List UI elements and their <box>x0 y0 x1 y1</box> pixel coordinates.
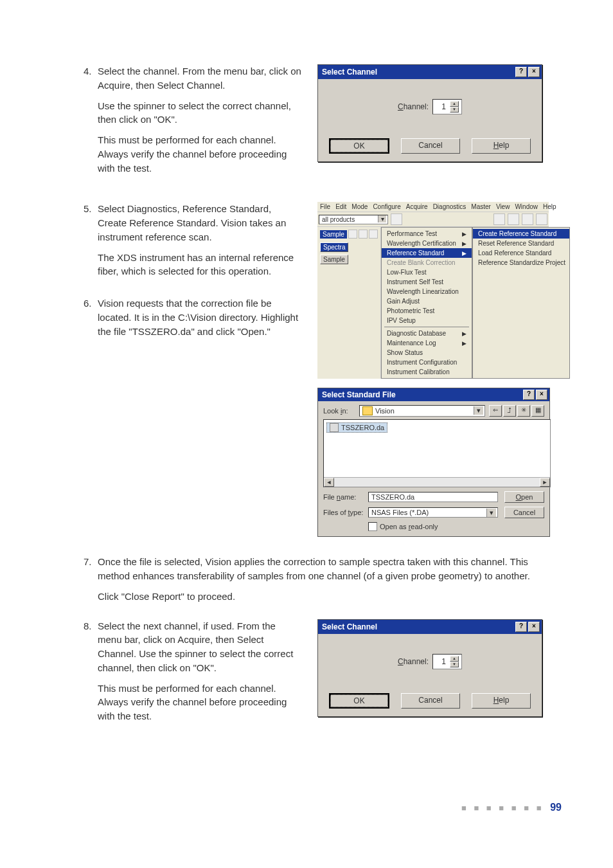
up-folder-icon[interactable]: ⮥ <box>503 405 516 417</box>
submenu-item[interactable]: Reset Reference Standard <box>473 239 569 248</box>
menu-help[interactable]: Help <box>543 203 556 210</box>
step-5-p1: Select Diagnostics, Reference Standard, … <box>98 202 302 244</box>
step-4-p3: This must be performed for each channel.… <box>98 133 302 175</box>
close-icon[interactable]: × <box>528 67 540 77</box>
look-in-combo[interactable]: Vision <box>359 405 485 417</box>
spinner-up-icon[interactable]: ▲ <box>450 101 459 107</box>
new-folder-icon[interactable]: ✳ <box>517 405 530 417</box>
menu-item[interactable]: Instrument Configuration <box>382 357 472 367</box>
close-icon[interactable]: × <box>536 390 547 400</box>
cancel-button[interactable]: Cancel <box>401 138 460 154</box>
back-icon[interactable]: ⇐ <box>489 405 502 417</box>
read-only-checkbox[interactable] <box>368 522 377 531</box>
scroll-left-icon[interactable]: ◄ <box>324 478 334 487</box>
sample-button[interactable]: Sample <box>320 255 348 264</box>
diagnostics-menu: Performance Test▶Wavelength Certificatio… <box>381 227 472 379</box>
step-8-p1: Select the next channel, if used. From t… <box>98 619 302 675</box>
menu-view[interactable]: View <box>496 203 510 210</box>
menu-configure[interactable]: Configure <box>373 203 400 210</box>
menu-bar: File Edit Mode Configure Acquire Diagnos… <box>317 202 549 212</box>
help-button[interactable]: Help <box>472 138 531 154</box>
step-7-p1: Once the file is selected, Vision applie… <box>98 555 562 583</box>
menu-item[interactable]: Performance Test▶ <box>382 229 472 239</box>
help-icon[interactable]: ? <box>515 622 527 632</box>
dialog-title: Select Channel <box>322 622 377 631</box>
cancel-button[interactable]: Cancel <box>401 693 460 709</box>
menu-edit[interactable]: Edit <box>335 203 346 210</box>
toolbar-icon[interactable] <box>522 213 533 225</box>
views-icon[interactable]: ▦ <box>531 405 544 417</box>
step-6-number: 6. <box>84 296 98 338</box>
select-standard-file-dialog: Select Standard File ? × Look in: Vision <box>317 388 550 537</box>
spectra-button[interactable]: Spectra <box>320 242 348 252</box>
close-icon[interactable]: × <box>528 622 540 632</box>
folder-icon <box>362 406 373 415</box>
menu-item[interactable]: Reference Standard▶ <box>382 248 472 258</box>
footer-dots: ■ ■ ■ ■ ■ ■ ■ <box>461 803 544 813</box>
menu-item[interactable]: Wavelength Linearization <box>382 287 472 296</box>
panel-max-icon[interactable] <box>359 230 368 239</box>
step-8-p2: This must be performed for each channel.… <box>98 682 302 723</box>
menu-item[interactable]: Low-Flux Test <box>382 267 472 277</box>
channel-value: 1 <box>436 102 447 111</box>
menu-item[interactable]: Show Status <box>382 348 472 357</box>
toolbar-icon[interactable] <box>508 213 519 225</box>
reference-standard-submenu: Create Reference StandardReset Reference… <box>472 227 570 379</box>
spinner-down-icon[interactable]: ▼ <box>450 107 459 113</box>
menu-mode[interactable]: Mode <box>351 203 368 210</box>
product-combo[interactable]: all products <box>319 215 388 224</box>
ok-button[interactable]: OK <box>329 693 389 709</box>
file-name-input[interactable]: TSSZERO.da <box>368 492 498 502</box>
menu-window[interactable]: Window <box>515 203 538 210</box>
file-item-label: TSSZERO.da <box>341 424 384 431</box>
cancel-button[interactable]: Cancel <box>504 507 544 518</box>
channel-spinner[interactable]: 1 ▲ ▼ <box>432 99 462 114</box>
spinner-down-icon[interactable]: ▼ <box>450 662 459 667</box>
chevron-down-icon[interactable]: ▾ <box>486 509 496 517</box>
menu-item[interactable]: Instrument Self Test <box>382 277 472 287</box>
menu-item[interactable]: Create Blank Correction <box>382 258 472 267</box>
select-channel-dialog: Select Channel ? × Channel: 1 ▲ ▼ <box>317 64 542 162</box>
file-icon <box>330 423 339 432</box>
file-item[interactable]: TSSZERO.da <box>326 422 387 433</box>
look-in-label: Look in: <box>323 407 359 415</box>
menu-item[interactable]: Gain Adjust <box>382 296 472 306</box>
toolbar-icon[interactable] <box>493 213 505 225</box>
vision-app-window: File Edit Mode Configure Acquire Diagnos… <box>317 202 549 379</box>
menu-item[interactable]: Wavelength Certification▶ <box>382 239 472 248</box>
file-list[interactable]: TSSZERO.da ◄ ► <box>323 419 551 487</box>
help-icon[interactable]: ? <box>515 67 527 77</box>
scroll-right-icon[interactable]: ► <box>540 478 550 487</box>
submenu-item[interactable]: Create Reference Standard <box>473 229 569 239</box>
menu-file[interactable]: File <box>320 203 330 210</box>
submenu-item[interactable]: Reference Standardize Project <box>473 258 569 267</box>
toolbar-icon[interactable] <box>391 213 402 225</box>
help-icon[interactable]: ? <box>523 390 535 400</box>
menu-master[interactable]: Master <box>471 203 491 210</box>
submenu-item[interactable]: Load Reference Standard <box>473 248 569 258</box>
toolbar-icon[interactable] <box>536 213 547 225</box>
spinner-up-icon[interactable]: ▲ <box>450 656 459 662</box>
help-button[interactable]: Help <box>472 693 531 709</box>
dialog-title: Select Channel <box>322 68 377 77</box>
panel-close-icon[interactable] <box>369 230 378 239</box>
menu-item[interactable]: Diagnostic Database▶ <box>382 329 472 338</box>
step-5-number: 5. <box>84 202 98 278</box>
menu-item[interactable]: Maintenance Log▶ <box>382 338 472 348</box>
sample-panel-title: Sample <box>320 230 347 239</box>
step-4-p1: Select the channel. From the menu bar, c… <box>98 64 302 93</box>
step-4-p2: Use the spinner to select the correct ch… <box>98 99 302 127</box>
menu-acquire[interactable]: Acquire <box>406 203 428 210</box>
menu-item[interactable]: Instrument Calibration <box>382 367 472 377</box>
menu-item[interactable]: Photometric Test <box>382 306 472 316</box>
menu-diagnostics[interactable]: Diagnostics <box>433 203 466 210</box>
ok-button[interactable]: OK <box>329 138 389 154</box>
panel-min-icon[interactable] <box>348 230 357 239</box>
read-only-label: Open as read-only <box>380 523 438 530</box>
look-in-value: Vision <box>375 407 395 415</box>
open-button[interactable]: Open <box>504 491 544 503</box>
dialog-title: Select Standard File <box>322 390 396 399</box>
menu-item[interactable]: IPV Setup <box>382 316 472 325</box>
channel-spinner[interactable]: 1 ▲ ▼ <box>432 654 462 669</box>
file-type-combo[interactable]: NSAS Files (*.DA) ▾ <box>368 507 498 518</box>
